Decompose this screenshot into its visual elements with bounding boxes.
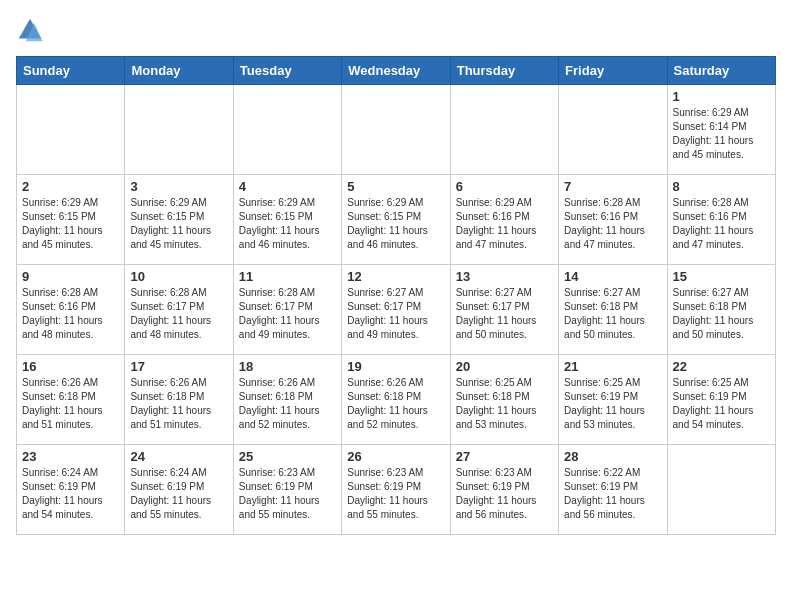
day-number: 24 [130, 449, 227, 464]
calendar-cell: 28Sunrise: 6:22 AM Sunset: 6:19 PM Dayli… [559, 445, 667, 535]
day-info: Sunrise: 6:28 AM Sunset: 6:16 PM Dayligh… [673, 196, 770, 252]
day-info: Sunrise: 6:27 AM Sunset: 6:18 PM Dayligh… [564, 286, 661, 342]
day-info: Sunrise: 6:27 AM Sunset: 6:17 PM Dayligh… [456, 286, 553, 342]
day-number: 21 [564, 359, 661, 374]
day-info: Sunrise: 6:29 AM Sunset: 6:15 PM Dayligh… [22, 196, 119, 252]
day-number: 6 [456, 179, 553, 194]
calendar-week-row: 1Sunrise: 6:29 AM Sunset: 6:14 PM Daylig… [17, 85, 776, 175]
calendar-cell: 20Sunrise: 6:25 AM Sunset: 6:18 PM Dayli… [450, 355, 558, 445]
day-info: Sunrise: 6:23 AM Sunset: 6:19 PM Dayligh… [239, 466, 336, 522]
calendar-cell: 18Sunrise: 6:26 AM Sunset: 6:18 PM Dayli… [233, 355, 341, 445]
calendar-cell: 9Sunrise: 6:28 AM Sunset: 6:16 PM Daylig… [17, 265, 125, 355]
day-info: Sunrise: 6:26 AM Sunset: 6:18 PM Dayligh… [239, 376, 336, 432]
logo-icon [16, 16, 44, 44]
day-info: Sunrise: 6:27 AM Sunset: 6:17 PM Dayligh… [347, 286, 444, 342]
calendar-cell: 2Sunrise: 6:29 AM Sunset: 6:15 PM Daylig… [17, 175, 125, 265]
day-info: Sunrise: 6:24 AM Sunset: 6:19 PM Dayligh… [130, 466, 227, 522]
day-number: 15 [673, 269, 770, 284]
calendar-cell: 27Sunrise: 6:23 AM Sunset: 6:19 PM Dayli… [450, 445, 558, 535]
calendar-header-row: SundayMondayTuesdayWednesdayThursdayFrid… [17, 57, 776, 85]
day-info: Sunrise: 6:23 AM Sunset: 6:19 PM Dayligh… [456, 466, 553, 522]
day-of-week-header: Saturday [667, 57, 775, 85]
logo [16, 16, 48, 44]
calendar-cell: 1Sunrise: 6:29 AM Sunset: 6:14 PM Daylig… [667, 85, 775, 175]
day-info: Sunrise: 6:22 AM Sunset: 6:19 PM Dayligh… [564, 466, 661, 522]
day-number: 13 [456, 269, 553, 284]
day-info: Sunrise: 6:29 AM Sunset: 6:15 PM Dayligh… [347, 196, 444, 252]
day-number: 7 [564, 179, 661, 194]
calendar-cell: 15Sunrise: 6:27 AM Sunset: 6:18 PM Dayli… [667, 265, 775, 355]
day-number: 11 [239, 269, 336, 284]
calendar-cell [667, 445, 775, 535]
calendar-cell: 16Sunrise: 6:26 AM Sunset: 6:18 PM Dayli… [17, 355, 125, 445]
day-of-week-header: Tuesday [233, 57, 341, 85]
calendar-cell [559, 85, 667, 175]
day-number: 4 [239, 179, 336, 194]
day-info: Sunrise: 6:28 AM Sunset: 6:17 PM Dayligh… [239, 286, 336, 342]
day-info: Sunrise: 6:23 AM Sunset: 6:19 PM Dayligh… [347, 466, 444, 522]
day-number: 12 [347, 269, 444, 284]
calendar-cell: 4Sunrise: 6:29 AM Sunset: 6:15 PM Daylig… [233, 175, 341, 265]
day-info: Sunrise: 6:24 AM Sunset: 6:19 PM Dayligh… [22, 466, 119, 522]
day-number: 2 [22, 179, 119, 194]
day-info: Sunrise: 6:25 AM Sunset: 6:19 PM Dayligh… [673, 376, 770, 432]
calendar-cell [342, 85, 450, 175]
day-info: Sunrise: 6:29 AM Sunset: 6:15 PM Dayligh… [130, 196, 227, 252]
calendar-table: SundayMondayTuesdayWednesdayThursdayFrid… [16, 56, 776, 535]
calendar-cell: 7Sunrise: 6:28 AM Sunset: 6:16 PM Daylig… [559, 175, 667, 265]
day-info: Sunrise: 6:26 AM Sunset: 6:18 PM Dayligh… [347, 376, 444, 432]
calendar-week-row: 2Sunrise: 6:29 AM Sunset: 6:15 PM Daylig… [17, 175, 776, 265]
day-info: Sunrise: 6:28 AM Sunset: 6:17 PM Dayligh… [130, 286, 227, 342]
day-number: 22 [673, 359, 770, 374]
calendar-cell: 13Sunrise: 6:27 AM Sunset: 6:17 PM Dayli… [450, 265, 558, 355]
day-info: Sunrise: 6:29 AM Sunset: 6:16 PM Dayligh… [456, 196, 553, 252]
day-of-week-header: Monday [125, 57, 233, 85]
day-number: 26 [347, 449, 444, 464]
day-info: Sunrise: 6:27 AM Sunset: 6:18 PM Dayligh… [673, 286, 770, 342]
day-number: 25 [239, 449, 336, 464]
calendar-cell: 26Sunrise: 6:23 AM Sunset: 6:19 PM Dayli… [342, 445, 450, 535]
day-number: 8 [673, 179, 770, 194]
calendar-cell [125, 85, 233, 175]
day-number: 16 [22, 359, 119, 374]
calendar-cell: 5Sunrise: 6:29 AM Sunset: 6:15 PM Daylig… [342, 175, 450, 265]
calendar-cell: 14Sunrise: 6:27 AM Sunset: 6:18 PM Dayli… [559, 265, 667, 355]
calendar-cell: 11Sunrise: 6:28 AM Sunset: 6:17 PM Dayli… [233, 265, 341, 355]
day-number: 3 [130, 179, 227, 194]
day-of-week-header: Thursday [450, 57, 558, 85]
day-number: 18 [239, 359, 336, 374]
day-number: 9 [22, 269, 119, 284]
day-number: 19 [347, 359, 444, 374]
calendar-cell: 19Sunrise: 6:26 AM Sunset: 6:18 PM Dayli… [342, 355, 450, 445]
page-header [16, 16, 776, 44]
calendar-cell: 17Sunrise: 6:26 AM Sunset: 6:18 PM Dayli… [125, 355, 233, 445]
calendar-week-row: 9Sunrise: 6:28 AM Sunset: 6:16 PM Daylig… [17, 265, 776, 355]
day-info: Sunrise: 6:26 AM Sunset: 6:18 PM Dayligh… [130, 376, 227, 432]
calendar-cell: 10Sunrise: 6:28 AM Sunset: 6:17 PM Dayli… [125, 265, 233, 355]
day-number: 20 [456, 359, 553, 374]
day-of-week-header: Wednesday [342, 57, 450, 85]
day-info: Sunrise: 6:28 AM Sunset: 6:16 PM Dayligh… [564, 196, 661, 252]
day-info: Sunrise: 6:25 AM Sunset: 6:18 PM Dayligh… [456, 376, 553, 432]
day-info: Sunrise: 6:25 AM Sunset: 6:19 PM Dayligh… [564, 376, 661, 432]
day-info: Sunrise: 6:28 AM Sunset: 6:16 PM Dayligh… [22, 286, 119, 342]
calendar-cell: 6Sunrise: 6:29 AM Sunset: 6:16 PM Daylig… [450, 175, 558, 265]
calendar-week-row: 23Sunrise: 6:24 AM Sunset: 6:19 PM Dayli… [17, 445, 776, 535]
calendar-cell: 8Sunrise: 6:28 AM Sunset: 6:16 PM Daylig… [667, 175, 775, 265]
calendar-cell: 23Sunrise: 6:24 AM Sunset: 6:19 PM Dayli… [17, 445, 125, 535]
calendar-cell [233, 85, 341, 175]
calendar-cell: 21Sunrise: 6:25 AM Sunset: 6:19 PM Dayli… [559, 355, 667, 445]
day-info: Sunrise: 6:29 AM Sunset: 6:14 PM Dayligh… [673, 106, 770, 162]
day-info: Sunrise: 6:29 AM Sunset: 6:15 PM Dayligh… [239, 196, 336, 252]
calendar-cell: 12Sunrise: 6:27 AM Sunset: 6:17 PM Dayli… [342, 265, 450, 355]
day-number: 27 [456, 449, 553, 464]
calendar-week-row: 16Sunrise: 6:26 AM Sunset: 6:18 PM Dayli… [17, 355, 776, 445]
day-number: 5 [347, 179, 444, 194]
calendar-cell: 24Sunrise: 6:24 AM Sunset: 6:19 PM Dayli… [125, 445, 233, 535]
calendar-cell: 3Sunrise: 6:29 AM Sunset: 6:15 PM Daylig… [125, 175, 233, 265]
calendar-cell: 22Sunrise: 6:25 AM Sunset: 6:19 PM Dayli… [667, 355, 775, 445]
day-number: 23 [22, 449, 119, 464]
day-number: 28 [564, 449, 661, 464]
day-number: 17 [130, 359, 227, 374]
calendar-cell: 25Sunrise: 6:23 AM Sunset: 6:19 PM Dayli… [233, 445, 341, 535]
